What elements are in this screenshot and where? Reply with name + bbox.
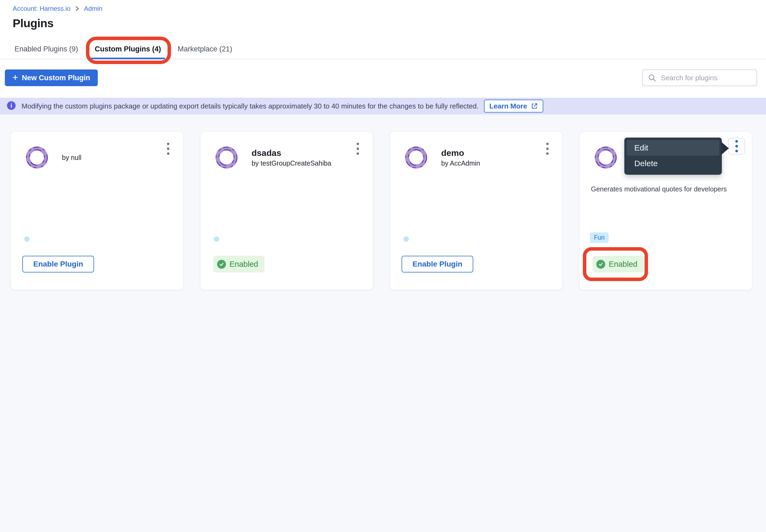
info-icon: i — [6, 101, 17, 111]
plugin-meta: by null — [62, 145, 81, 170]
learn-more-button[interactable]: Learn More — [484, 100, 543, 113]
kebab-menu-button[interactable] — [352, 141, 363, 157]
tab-enabled-plugins[interactable]: Enabled Plugins (9) — [11, 40, 82, 59]
tab-custom-plugins[interactable]: Custom Plugins (4) — [91, 40, 165, 59]
menu-item-edit[interactable]: Edit — [627, 140, 719, 156]
breadcrumb-account-link[interactable]: Account: Harness.io — [13, 5, 71, 12]
plugin-meta: dsadas by testGroupCreateSahiba — [251, 145, 331, 170]
plugin-card-null: by null Enable Plugin — [11, 132, 183, 290]
check-icon — [596, 260, 605, 269]
kebab-menu-button-active[interactable] — [728, 138, 745, 155]
banner-text: Modifying the custom plugins package or … — [22, 102, 479, 110]
plugin-name: dsadas — [251, 149, 331, 157]
enabled-status-badge: Enabled — [593, 256, 644, 272]
menu-arrow — [721, 142, 729, 155]
plugin-logo — [404, 145, 428, 170]
category-tag: Fun — [590, 232, 609, 243]
plugin-author: by AccAdmin — [441, 160, 480, 167]
breadcrumb-chevron-icon — [75, 6, 80, 12]
tab-bar: Enabled Plugins (9) Custom Plugins (4) M… — [11, 40, 236, 59]
breadcrumb: Account: Harness.io Admin — [13, 5, 102, 12]
info-banner: i Modifying the custom plugins package o… — [0, 98, 766, 114]
breadcrumb-admin-link[interactable]: Admin — [84, 5, 102, 12]
plugin-card-dsadas: dsadas by testGroupCreateSahiba Enabled — [200, 132, 373, 290]
plugin-meta: demo by AccAdmin — [441, 145, 480, 170]
enabled-status-badge: Enabled — [213, 256, 264, 272]
tag-placeholder-dot — [404, 236, 409, 242]
plugin-logo — [594, 145, 618, 170]
check-icon — [217, 260, 226, 269]
plugin-grid: by null Enable Plugin dsadas by tes — [0, 114, 766, 290]
new-custom-plugin-label: New Custom Plugin — [22, 74, 90, 82]
page-title: Plugins — [13, 17, 54, 30]
content-area: by null Enable Plugin dsadas by tes — [0, 114, 766, 532]
plugin-description: Generates motivational quotes for develo… — [591, 185, 736, 194]
search-input[interactable] — [660, 73, 752, 82]
learn-more-label: Learn More — [490, 102, 527, 110]
tab-marketplace[interactable]: Marketplace (21) — [174, 40, 236, 59]
plugin-card-motivational-quotes: Generates motivational quotes for develo… — [580, 132, 752, 290]
plus-icon: + — [12, 73, 18, 82]
svg-text:i: i — [10, 102, 12, 109]
plugin-card-demo: demo by AccAdmin Enable Plugin — [390, 132, 562, 290]
search-box[interactable] — [642, 69, 757, 86]
enable-plugin-button[interactable]: Enable Plugin — [402, 256, 473, 272]
kebab-menu-button[interactable] — [541, 141, 553, 157]
new-custom-plugin-button[interactable]: + New Custom Plugin — [5, 69, 98, 86]
plugin-logo — [25, 145, 49, 170]
card-context-menu: Edit Delete — [624, 138, 722, 175]
plugin-author: by null — [62, 154, 81, 161]
external-link-icon — [531, 103, 538, 110]
plugin-name: demo — [441, 149, 480, 157]
plugin-author: by testGroupCreateSahiba — [251, 160, 331, 167]
enabled-status-label: Enabled — [609, 260, 637, 269]
enable-plugin-button[interactable]: Enable Plugin — [22, 256, 94, 272]
plugins-page: Account: Harness.io Admin Plugins Enable… — [0, 0, 766, 532]
enabled-status-label: Enabled — [229, 260, 258, 269]
toolbar: + New Custom Plugin — [5, 69, 757, 86]
search-icon — [648, 74, 656, 82]
tag-placeholder-dot — [214, 236, 219, 242]
kebab-menu-button[interactable] — [162, 141, 174, 157]
plugin-logo — [214, 145, 239, 170]
menu-item-delete[interactable]: Delete — [627, 156, 719, 171]
page-header: Account: Harness.io Admin Plugins Enable… — [0, 0, 766, 59]
tag-placeholder-dot — [24, 236, 30, 242]
